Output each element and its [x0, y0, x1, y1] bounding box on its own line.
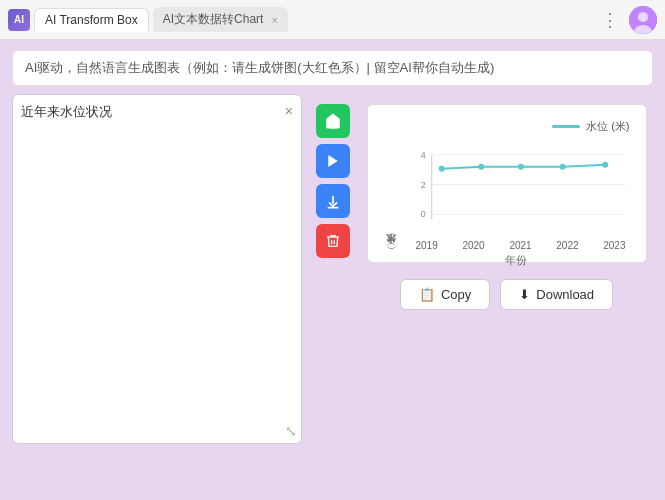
right-panel: 水位 (米) 水位（米） 4 — [360, 94, 653, 490]
delete-button[interactable] — [316, 224, 350, 258]
svg-point-14 — [478, 164, 484, 170]
download-label: Download — [536, 287, 594, 302]
copy-label: Copy — [441, 287, 471, 302]
chart-area: 水位（米） 4 2 0 — [384, 142, 630, 252]
chart-buttons: 📋 Copy ⬇ Download — [400, 279, 613, 310]
y-axis-label: 水位（米） — [384, 142, 398, 252]
download-button[interactable]: ⬇ Download — [500, 279, 613, 310]
x-axis-title: 年份 — [402, 253, 630, 268]
svg-point-16 — [559, 164, 565, 170]
text-panel: 近年来水位状况 × ⤡ — [12, 94, 302, 444]
tab-ai-chart[interactable]: AI文本数据转Chart × — [153, 7, 288, 32]
tab-label-ai-chart: AI文本数据转Chart — [163, 11, 264, 28]
chart-container: 水位 (米) 水位（米） 4 — [367, 104, 647, 263]
x-label-2021: 2021 — [509, 240, 531, 251]
resize-handle-icon[interactable]: ⤡ — [285, 423, 297, 439]
text-panel-title: 近年来水位状况 — [21, 103, 293, 121]
svg-marker-4 — [328, 155, 337, 167]
copy-icon: 📋 — [419, 287, 435, 302]
content-area: 近年来水位状况 × ⤡ — [12, 94, 653, 490]
legend-line-icon — [552, 125, 580, 128]
legend-label: 水位 (米) — [586, 119, 629, 134]
svg-text:0: 0 — [420, 209, 425, 219]
svg-text:2: 2 — [420, 180, 425, 190]
tab-close-icon[interactable]: × — [271, 14, 277, 26]
chart-inner: 4 2 0 — [402, 142, 630, 252]
main-content: AI驱动，自然语言生成图表（例如：请生成饼图(大红色系）| 留空AI帮你自动生成… — [0, 40, 665, 500]
copy-button[interactable]: 📋 Copy — [400, 279, 490, 310]
svg-point-13 — [438, 166, 444, 172]
home-button[interactable] — [316, 104, 350, 138]
app-logo: AI — [8, 9, 30, 31]
text-panel-close-icon[interactable]: × — [285, 103, 293, 119]
prompt-bar[interactable]: AI驱动，自然语言生成图表（例如：请生成饼图(大红色系）| 留空AI帮你自动生成… — [12, 50, 653, 86]
prompt-text: AI驱动，自然语言生成图表（例如：请生成饼图(大红色系）| 留空AI帮你自动生成… — [25, 59, 494, 77]
tab-label-ai-transform-box: AI Transform Box — [45, 13, 138, 27]
x-label-2023: 2023 — [603, 240, 625, 251]
download-action-button[interactable] — [316, 184, 350, 218]
logo-text: AI — [14, 14, 24, 25]
title-bar: AI AI Transform Box AI文本数据转Chart × ⋮ — [0, 0, 665, 40]
avatar — [629, 6, 657, 34]
line-chart: 4 2 0 — [402, 142, 630, 237]
x-label-2022: 2022 — [556, 240, 578, 251]
svg-point-15 — [517, 164, 523, 170]
svg-text:4: 4 — [420, 150, 425, 160]
play-button[interactable] — [316, 144, 350, 178]
x-axis-labels: 2019 2020 2021 2022 2023 — [412, 240, 630, 251]
tab-ai-transform-box[interactable]: AI Transform Box — [34, 8, 149, 32]
action-buttons — [316, 94, 350, 490]
x-label-2020: 2020 — [462, 240, 484, 251]
download-icon: ⬇ — [519, 287, 530, 302]
chart-legend: 水位 (米) — [384, 119, 630, 134]
more-options-icon[interactable]: ⋮ — [595, 9, 625, 31]
svg-point-2 — [638, 12, 648, 22]
x-label-2019: 2019 — [416, 240, 438, 251]
left-panel: 近年来水位状况 × ⤡ — [12, 94, 302, 490]
svg-point-17 — [602, 162, 608, 168]
